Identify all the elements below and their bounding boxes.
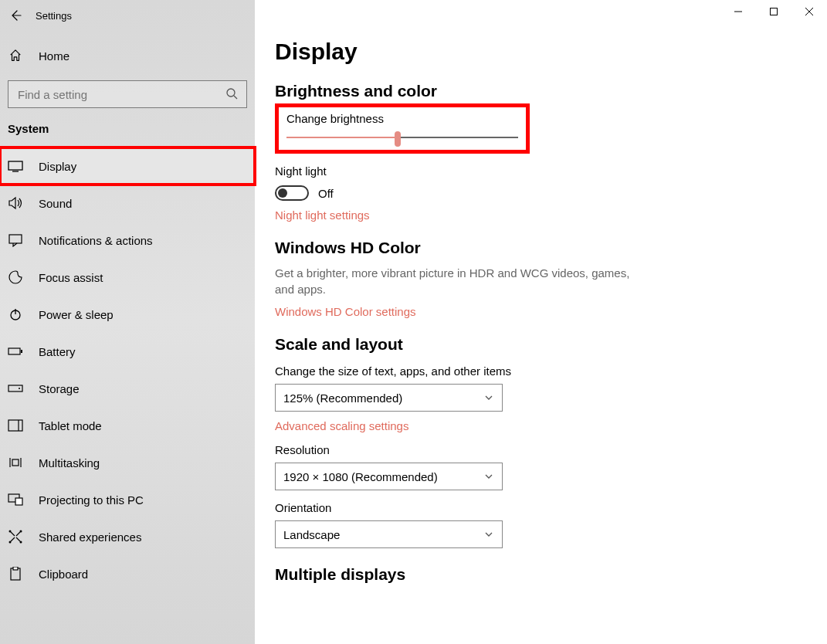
resolution-label: Resolution: [275, 443, 827, 456]
nav-item-storage[interactable]: Storage: [0, 370, 255, 407]
storage-icon: [8, 381, 23, 396]
brightness-highlight-box: Change brightness: [275, 103, 530, 154]
nav-label: Tablet mode: [39, 419, 102, 432]
resolution-value: 1920 × 1080 (Recommended): [283, 470, 438, 483]
content-area: Display Brightness and color Change brig…: [255, 0, 827, 644]
nav-label: Notifications & actions: [39, 234, 153, 247]
back-icon[interactable]: [9, 9, 22, 22]
tablet-icon: [8, 418, 23, 433]
svg-point-10: [19, 388, 20, 389]
night-light-state: Off: [318, 187, 334, 200]
svg-point-0: [227, 89, 235, 97]
search-icon: [225, 87, 239, 101]
section-multiple-displays: Multiple displays: [275, 565, 827, 584]
hd-color-settings-link[interactable]: Windows HD Color settings: [275, 305, 416, 318]
advanced-scaling-link[interactable]: Advanced scaling settings: [275, 419, 408, 432]
night-light-label: Night light: [275, 164, 827, 178]
chevron-down-icon: [483, 392, 494, 403]
nav-item-clipboard[interactable]: Clipboard: [0, 555, 255, 592]
minimize-button[interactable]: [720, 0, 756, 23]
nav-item-notifications[interactable]: Notifications & actions: [0, 222, 255, 259]
page-title: Display: [275, 39, 827, 65]
orientation-dropdown[interactable]: Landscape: [275, 520, 503, 548]
resolution-dropdown[interactable]: 1920 × 1080 (Recommended): [275, 463, 503, 490]
sidebar-home[interactable]: Home: [0, 31, 255, 80]
shared-icon: [8, 529, 23, 544]
nav-label: Sound: [39, 197, 72, 210]
projecting-icon: [8, 492, 23, 507]
orientation-value: Landscape: [283, 528, 340, 541]
svg-rect-17: [15, 498, 22, 505]
svg-rect-7: [8, 348, 20, 354]
scale-value: 125% (Recommended): [283, 391, 402, 405]
home-icon: [8, 48, 23, 63]
svg-line-1: [234, 96, 237, 99]
search-box[interactable]: [8, 80, 247, 108]
nav-label: Clipboard: [39, 568, 88, 581]
clipboard-icon: [8, 566, 23, 581]
orientation-label: Orientation: [275, 501, 827, 514]
night-light-toggle[interactable]: [275, 185, 309, 201]
multitasking-icon: [8, 455, 23, 470]
titlebar-left: Settings: [0, 0, 255, 31]
nav-item-display[interactable]: Display: [0, 147, 255, 185]
nav-item-multitasking[interactable]: Multitasking: [0, 444, 255, 481]
nav-item-battery[interactable]: Battery: [0, 333, 255, 370]
sound-icon: [8, 195, 23, 211]
nav-label: Storage: [39, 382, 80, 395]
window-controls: [720, 0, 827, 23]
section-brightness-color: Brightness and color: [275, 82, 827, 100]
scale-dropdown[interactable]: 125% (Recommended): [275, 384, 503, 412]
nav-item-shared-experiences[interactable]: Shared experiences: [0, 518, 255, 555]
app-title: Settings: [36, 10, 72, 22]
svg-rect-4: [9, 235, 22, 243]
nav-item-sound[interactable]: Sound: [0, 185, 255, 222]
nav-label: Shared experiences: [39, 530, 141, 544]
display-icon: [8, 158, 23, 174]
svg-rect-23: [13, 567, 18, 570]
svg-rect-9: [8, 385, 22, 391]
nav-item-focus-assist[interactable]: Focus assist: [0, 259, 255, 296]
brightness-slider[interactable]: [286, 133, 518, 142]
svg-point-18: [9, 530, 12, 533]
nav-item-tablet-mode[interactable]: Tablet mode: [0, 407, 255, 444]
night-light-settings-link[interactable]: Night light settings: [275, 208, 370, 222]
svg-point-21: [20, 541, 22, 544]
nav-label: Focus assist: [39, 271, 103, 284]
change-brightness-label: Change brightness: [286, 112, 518, 125]
nav-label: Battery: [39, 345, 76, 358]
nav-label: Multitasking: [39, 456, 100, 469]
sidebar: Settings Home System Display Sound Not: [0, 0, 255, 644]
nav-item-power-sleep[interactable]: Power & sleep: [0, 296, 255, 333]
battery-icon: [8, 344, 23, 359]
svg-point-19: [20, 530, 22, 533]
nav-item-projecting[interactable]: Projecting to this PC: [0, 481, 255, 518]
home-label: Home: [39, 49, 69, 63]
notifications-icon: [8, 232, 23, 248]
section-scale-layout: Scale and layout: [275, 335, 827, 354]
close-button[interactable]: [791, 0, 827, 23]
maximize-button[interactable]: [756, 0, 791, 23]
focus-assist-icon: [8, 269, 23, 285]
nav-label: Display: [39, 160, 76, 173]
hd-color-desc: Get a brighter, more vibrant picture in …: [275, 265, 630, 297]
category-label: System: [0, 122, 255, 147]
svg-rect-8: [21, 350, 22, 353]
search-input[interactable]: [8, 80, 247, 108]
svg-rect-2: [8, 161, 22, 170]
nav-label: Power & sleep: [39, 308, 114, 321]
power-icon: [8, 307, 23, 322]
svg-rect-15: [12, 459, 19, 466]
chevron-down-icon: [483, 471, 494, 482]
scale-label: Change the size of text, apps, and other…: [275, 364, 827, 378]
section-hd-color: Windows HD Color: [275, 239, 827, 257]
svg-point-20: [9, 541, 12, 544]
nav-label: Projecting to this PC: [39, 493, 144, 507]
svg-rect-11: [8, 420, 22, 431]
svg-rect-25: [771, 8, 778, 15]
chevron-down-icon: [483, 529, 494, 540]
